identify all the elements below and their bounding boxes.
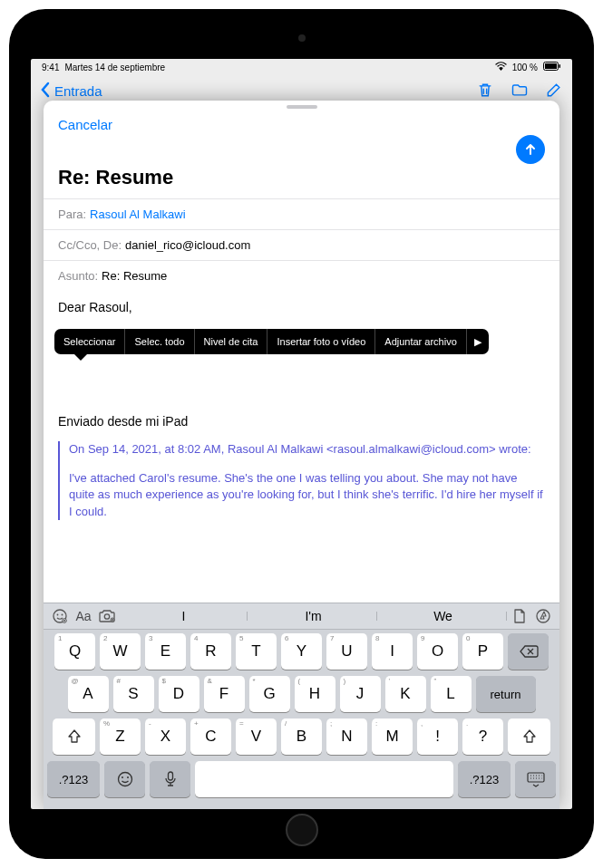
suggestion-2[interactable]: I'm — [249, 609, 377, 623]
key-shift-right[interactable] — [508, 719, 550, 755]
key-l[interactable]: "L — [431, 676, 472, 712]
svg-point-5 — [57, 614, 59, 616]
home-button[interactable] — [286, 814, 318, 846]
cancel-button[interactable]: Cancelar — [58, 115, 112, 132]
key-m[interactable]: :M — [372, 719, 413, 755]
key-h[interactable]: (H — [295, 676, 336, 712]
svg-rect-14 — [168, 772, 172, 780]
subject-value: Re: Resume — [102, 269, 167, 283]
key-v[interactable]: =V — [236, 719, 277, 755]
compose-icon[interactable] — [545, 81, 563, 101]
key-g[interactable]: *G — [249, 676, 290, 712]
menu-quote-level[interactable]: Nivel de cita — [195, 329, 268, 354]
cc-field[interactable]: Cc/Cco, De: daniel_rico@icloud.com — [44, 229, 559, 260]
key-z[interactable]: %Z — [100, 719, 141, 755]
key-t[interactable]: 5T — [236, 633, 277, 670]
status-date: Martes 14 de septiembre — [64, 63, 165, 72]
svg-point-12 — [122, 776, 123, 778]
key-numsym-left[interactable]: .?123 — [47, 761, 100, 797]
compose-sheet: Cancelar Re: Resume Para: Rasoul Al Malk… — [44, 101, 559, 809]
markup-icon[interactable] — [532, 606, 554, 626]
key-a[interactable]: @A — [68, 676, 109, 712]
key-p[interactable]: 0P — [462, 633, 503, 670]
to-value[interactable]: Rasoul Al Malkawi — [90, 207, 186, 221]
email-body[interactable]: Dear Rasoul, Seleccionar Selec. todo Niv… — [44, 291, 559, 603]
subject-label: Asunto: — [58, 269, 98, 283]
key-hide-keyboard[interactable] — [515, 761, 556, 797]
key-q[interactable]: 1Q — [54, 633, 95, 670]
key-shift-left[interactable] — [53, 719, 95, 755]
quoted-reply: On Sep 14, 2021, at 8:02 AM, Rasoul Al M… — [58, 441, 545, 520]
svg-rect-2 — [545, 63, 557, 69]
cc-label: Cc/Cco, De: — [58, 238, 122, 252]
battery-text: 100 % — [512, 63, 538, 72]
text-context-menu: Seleccionar Selec. todo Nivel de cita In… — [54, 329, 489, 354]
svg-point-11 — [118, 773, 131, 786]
back-chevron-icon[interactable] — [40, 82, 51, 101]
key-d[interactable]: $D — [159, 676, 199, 712]
wifi-icon — [495, 62, 507, 72]
key-u[interactable]: 7U — [326, 633, 367, 670]
text-format-icon[interactable]: Aa — [73, 606, 94, 626]
key-emoji[interactable] — [104, 761, 145, 797]
status-bar: 9:41 Martes 14 de septiembre 100 % — [31, 59, 572, 75]
onscreen-keyboard: Aa I I'm We 1Q2W3E4R5T6Y7U8I9O0P — [44, 603, 559, 809]
quote-body: I've attached Carol's resume. She's the … — [69, 470, 545, 520]
key-b[interactable]: /B — [281, 719, 322, 755]
to-label: Para: — [58, 207, 86, 221]
compose-title: Re: Resume — [44, 162, 559, 198]
battery-icon — [543, 62, 561, 72]
sheet-grabber[interactable] — [287, 105, 317, 109]
key-j[interactable]: )J — [340, 676, 381, 712]
back-label[interactable]: Entrada — [54, 83, 102, 99]
document-scan-icon[interactable] — [509, 606, 530, 626]
camera-scan-icon[interactable] — [96, 606, 118, 626]
folder-icon[interactable] — [511, 81, 529, 101]
key-backspace[interactable] — [508, 633, 549, 670]
key-x[interactable]: -X — [145, 719, 186, 755]
key-f[interactable]: &F — [204, 676, 245, 712]
key-y[interactable]: 6Y — [281, 633, 322, 670]
key-n[interactable]: ;N — [326, 719, 367, 755]
menu-attach-file[interactable]: Adjuntar archivo — [375, 329, 467, 354]
to-field[interactable]: Para: Rasoul Al Malkawi — [44, 198, 559, 229]
key-k[interactable]: 'K — [385, 676, 426, 712]
menu-select[interactable]: Seleccionar — [54, 329, 125, 354]
emoji-sticker-icon[interactable] — [49, 606, 71, 626]
menu-insert-photo-video[interactable]: Insertar foto o vídeo — [267, 329, 375, 354]
menu-select-all[interactable]: Selec. todo — [125, 329, 194, 354]
svg-rect-3 — [559, 64, 561, 68]
key-![interactable]: ,! — [417, 719, 458, 755]
key-numsym-right[interactable]: .?123 — [458, 761, 511, 797]
key-w[interactable]: 2W — [100, 633, 141, 670]
key-o[interactable]: 9O — [417, 633, 458, 670]
key-c[interactable]: +C — [190, 719, 231, 755]
svg-point-13 — [127, 776, 129, 778]
key-?[interactable]: .? — [462, 719, 503, 755]
key-space[interactable] — [195, 761, 453, 797]
key-return[interactable]: return — [476, 676, 536, 712]
suggestion-1[interactable]: I — [120, 609, 248, 623]
svg-rect-15 — [528, 773, 544, 782]
suggestion-3[interactable]: We — [379, 609, 507, 623]
svg-point-0 — [500, 68, 501, 70]
send-button[interactable] — [516, 135, 545, 164]
key-e[interactable]: 3E — [145, 633, 186, 670]
key-s[interactable]: #S — [113, 676, 154, 712]
menu-more-arrow-icon[interactable]: ▶ — [467, 331, 489, 353]
svg-point-8 — [104, 614, 109, 619]
key-r[interactable]: 4R — [190, 633, 231, 670]
key-dictation[interactable] — [150, 761, 190, 797]
key-i[interactable]: 8I — [372, 633, 413, 670]
trash-icon[interactable] — [476, 81, 494, 101]
body-greeting: Dear Rasoul, — [58, 300, 545, 314]
subject-field[interactable]: Asunto: Re: Resume — [44, 260, 559, 291]
signature-text: Enviado desde mi iPad — [58, 414, 545, 429]
svg-point-6 — [62, 614, 63, 616]
status-time: 9:41 — [42, 63, 59, 72]
quote-header: On Sep 14, 2021, at 8:02 AM, Rasoul Al M… — [69, 441, 545, 458]
cc-value: daniel_rico@icloud.com — [125, 238, 250, 252]
